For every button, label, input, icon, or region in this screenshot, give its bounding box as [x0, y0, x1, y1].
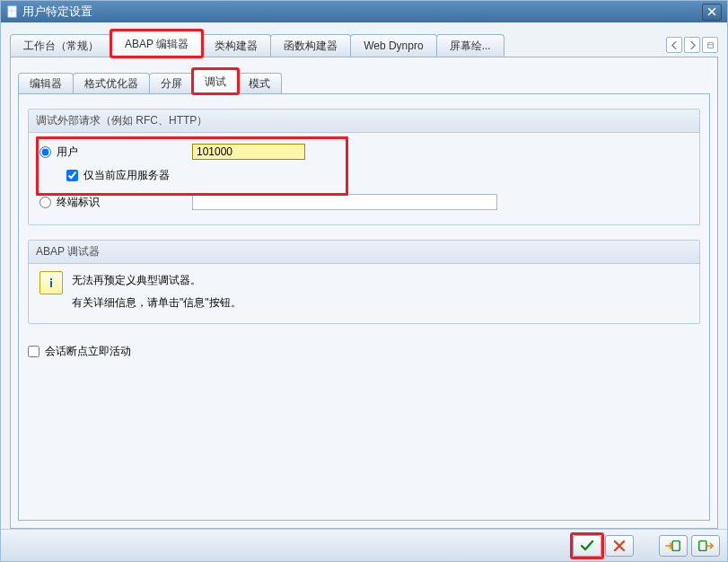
- window-close-button[interactable]: [702, 4, 722, 21]
- ok-button[interactable]: [573, 535, 601, 557]
- debug-panel: 调试外部请求（例如 RFC、HTTP） 用户 仅: [18, 94, 710, 521]
- abap-debugger-group: ABAP 调试器 无法再预定义典型调试器。 有关详细信: [28, 240, 700, 324]
- only-current-label: 仅当前应用服务器: [83, 168, 170, 183]
- debug-external-group: 调试外部请求（例如 RFC、HTTP） 用户 仅: [28, 109, 700, 225]
- export-button[interactable]: [691, 535, 720, 557]
- tab-workbench[interactable]: 工作台（常规）: [10, 34, 112, 57]
- nav-left-button[interactable]: [666, 37, 682, 53]
- only-current-row[interactable]: 仅当前应用服务器: [66, 168, 219, 183]
- tab-label: 模式: [249, 76, 270, 92]
- nav-right-button[interactable]: [684, 37, 700, 53]
- svg-rect-5: [699, 540, 706, 550]
- user-input[interactable]: [192, 144, 305, 160]
- terminal-input[interactable]: [192, 194, 497, 210]
- tab-screen-painter[interactable]: 屏幕绘...: [436, 34, 504, 57]
- subtab-strip: 编辑器 格式优化器 分屏 调试 模式: [18, 70, 710, 94]
- user-radio-row[interactable]: 用户: [39, 145, 192, 160]
- titlebar: 用户特定设置: [1, 1, 727, 22]
- terminal-radio[interactable]: [39, 197, 51, 208]
- group-legend: 调试外部请求（例如 RFC、HTTP）: [29, 110, 699, 133]
- settings-dialog: 用户特定设置 工作台（常规） ABAP 编辑器 类构建器 函数构建器 Web D…: [0, 0, 728, 562]
- info-icon[interactable]: [39, 271, 63, 294]
- tab-label: 类构建器: [215, 39, 258, 54]
- user-radio[interactable]: [39, 146, 51, 158]
- top-tabstrip: 工作台（常规） ABAP 编辑器 类构建器 函数构建器 Web Dynpro 屏…: [10, 31, 718, 57]
- tab-label: 分屏: [161, 76, 182, 92]
- svg-rect-3: [50, 281, 52, 287]
- cancel-button[interactable]: [605, 535, 634, 557]
- tab-abap-editor[interactable]: ABAP 编辑器: [111, 31, 202, 57]
- tab-label: 函数构建器: [284, 39, 338, 54]
- terminal-radio-row[interactable]: 终端标识: [39, 195, 192, 210]
- svg-rect-1: [707, 42, 713, 48]
- client-area: 工作台（常规） ABAP 编辑器 类构建器 函数构建器 Web Dynpro 屏…: [1, 22, 727, 529]
- group-legend: ABAP 调试器: [29, 241, 699, 264]
- user-radio-label: 用户: [57, 145, 78, 160]
- tab-label: Web Dynpro: [364, 40, 423, 52]
- footer-toolbar: [1, 529, 727, 561]
- abap-editor-page: 编辑器 格式优化器 分屏 调试 模式 调试外部请求（例如: [10, 57, 718, 529]
- info-text-line2: 有关详细信息，请单击"信息"按钮。: [72, 290, 241, 312]
- session-bp-checkbox[interactable]: [28, 346, 39, 357]
- subtab-debug[interactable]: 调试: [193, 69, 238, 94]
- subtab-pattern[interactable]: 模式: [237, 73, 282, 93]
- tab-web-dynpro[interactable]: Web Dynpro: [350, 34, 436, 57]
- tab-label: 屏幕绘...: [450, 39, 491, 54]
- tab-function-builder[interactable]: 函数构建器: [270, 34, 351, 57]
- tabstrip-nav: [666, 37, 718, 53]
- info-text-block: 无法再预定义典型调试器。 有关详细信息，请单击"信息"按钮。: [72, 271, 241, 312]
- tab-label: 调试: [205, 75, 226, 90]
- subtab-pretty-printer[interactable]: 格式优化器: [73, 73, 150, 93]
- session-bp-row[interactable]: 会话断点立即活动: [28, 344, 700, 359]
- tab-label: 工作台（常规）: [23, 39, 99, 54]
- svg-rect-2: [50, 278, 52, 280]
- tab-label: 格式优化器: [84, 76, 138, 92]
- document-icon: [6, 5, 19, 18]
- subtab-splitscreen[interactable]: 分屏: [149, 73, 194, 93]
- svg-rect-4: [672, 540, 680, 550]
- tab-class-builder[interactable]: 类构建器: [201, 34, 271, 57]
- import-button[interactable]: [659, 535, 688, 557]
- only-current-checkbox[interactable]: [66, 170, 78, 181]
- info-text-line1: 无法再预定义典型调试器。: [72, 271, 241, 290]
- terminal-radio-label: 终端标识: [57, 195, 100, 210]
- tab-list-button[interactable]: [702, 37, 718, 53]
- tab-label: ABAP 编辑器: [125, 37, 189, 52]
- subtab-editor[interactable]: 编辑器: [18, 73, 74, 93]
- tab-label: 编辑器: [30, 76, 62, 92]
- session-bp-label: 会话断点立即活动: [45, 344, 131, 359]
- window-title: 用户特定设置: [22, 4, 702, 20]
